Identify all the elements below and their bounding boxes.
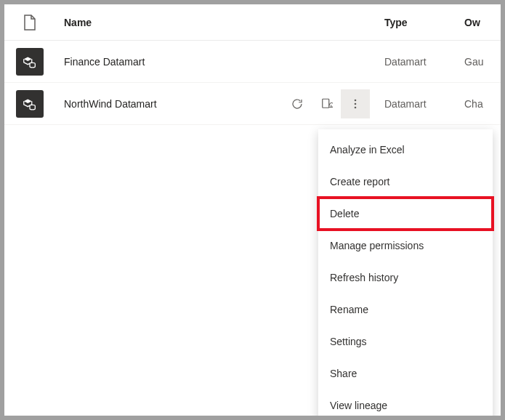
workspace-list: Name Type Ow Finance Datamart Datamart G… [4,4,501,416]
more-vertical-icon [350,98,361,110]
menu-rename[interactable]: Rename [318,294,493,326]
item-name[interactable]: NorthWind Datamart [55,98,275,110]
menu-share[interactable]: Share [318,358,493,389]
menu-settings[interactable]: Settings [318,326,493,358]
refresh-icon [291,97,304,110]
svg-point-5 [355,106,357,108]
datamart-icon [16,90,44,118]
item-type: Datamart [370,56,464,68]
menu-analyze-in-excel[interactable]: Analyze in Excel [318,134,493,166]
context-menu: Analyze in Excel Create report Delete Ma… [318,129,493,416]
svg-rect-2 [323,99,329,108]
schedule-refresh-button[interactable] [312,89,341,118]
menu-view-lineage[interactable]: View lineage [318,389,493,416]
schedule-refresh-icon [320,97,333,110]
datamart-icon [16,48,44,76]
item-owner: Cha [464,98,501,110]
svg-point-4 [355,102,357,105]
header-owner[interactable]: Ow [464,17,501,28]
table-header: Name Type Ow [4,4,501,41]
table-row[interactable]: NorthWind Datamart Datam [4,83,501,125]
menu-delete[interactable]: Delete [318,198,493,230]
item-owner: Gau [464,56,501,68]
item-icon-cell [4,48,55,76]
header-type[interactable]: Type [370,17,464,28]
item-name[interactable]: Finance Datamart [55,56,275,68]
menu-manage-permissions[interactable]: Manage permissions [318,230,493,262]
header-name[interactable]: Name [55,17,275,28]
menu-refresh-history[interactable]: Refresh history [318,262,493,294]
refresh-now-button[interactable] [283,89,312,118]
item-type: Datamart [370,98,464,110]
more-options-button[interactable] [341,89,370,118]
menu-create-report[interactable]: Create report [318,166,493,198]
document-icon [23,15,36,31]
svg-point-3 [355,99,357,101]
header-icon-cell [4,15,55,31]
table-row[interactable]: Finance Datamart Datamart Gau [4,41,501,83]
item-icon-cell [4,90,55,118]
